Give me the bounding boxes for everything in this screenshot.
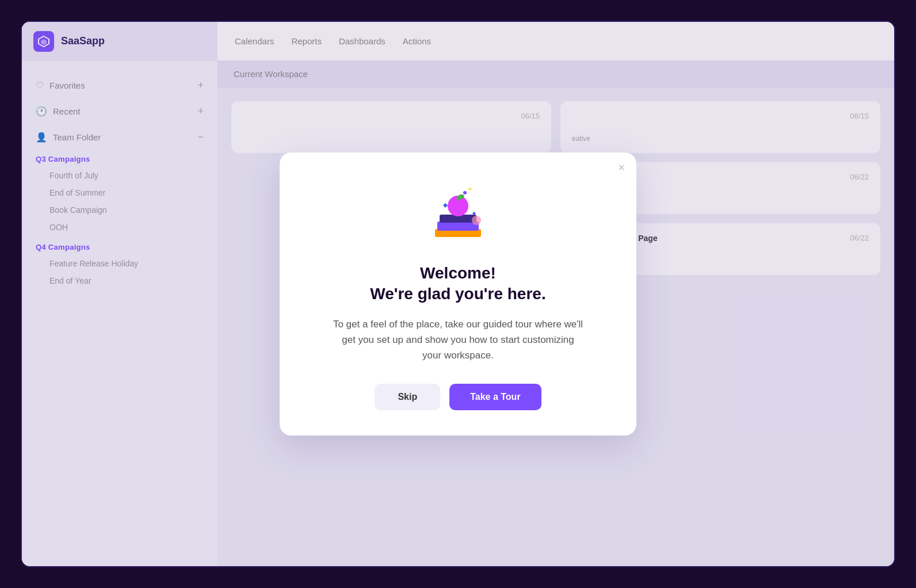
svg-marker-10	[468, 187, 472, 190]
svg-marker-6	[443, 203, 448, 208]
welcome-modal: ×	[280, 152, 636, 436]
modal-title: Welcome! We're glad you're here.	[370, 263, 545, 305]
svg-rect-1	[437, 222, 479, 231]
svg-point-9	[463, 191, 467, 194]
take-tour-button[interactable]: Take a Tour	[449, 384, 541, 410]
modal-description: To get a feel of the place, take our gui…	[331, 316, 585, 364]
modal-illustration	[423, 180, 493, 249]
modal-overlay[interactable]: ×	[22, 22, 894, 566]
skip-button[interactable]: Skip	[375, 384, 440, 410]
app-window: SaaSapp Calendars Reports Dashboards Act…	[21, 21, 895, 567]
svg-point-8	[472, 216, 481, 225]
modal-actions: Skip Take a Tour	[375, 384, 541, 410]
modal-close-button[interactable]: ×	[618, 162, 625, 173]
